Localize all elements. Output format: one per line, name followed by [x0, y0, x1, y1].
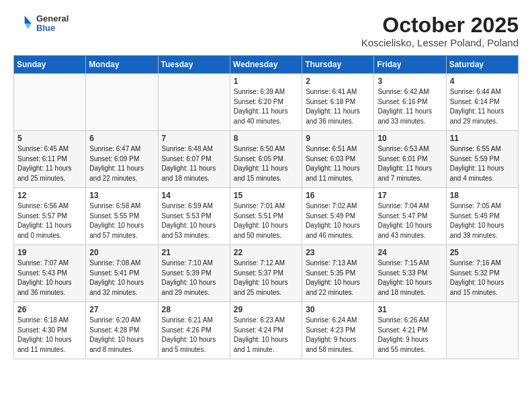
calendar-cell: 15Sunrise: 7:01 AM Sunset: 5:51 PM Dayli… [230, 188, 302, 245]
day-number: 3 [378, 77, 442, 86]
calendar-cell: 23Sunrise: 7:13 AM Sunset: 5:35 PM Dayli… [302, 245, 374, 302]
day-number: 25 [450, 248, 515, 257]
day-number: 24 [378, 248, 442, 257]
day-info: Sunrise: 7:01 AM Sunset: 5:51 PM Dayligh… [234, 201, 298, 240]
day-number: 2 [306, 77, 370, 86]
day-info: Sunrise: 6:18 AM Sunset: 4:30 PM Dayligh… [17, 316, 82, 355]
weekday-header-monday: Monday [86, 56, 158, 74]
day-info: Sunrise: 6:51 AM Sunset: 6:03 PM Dayligh… [306, 144, 370, 183]
day-number: 18 [450, 191, 515, 200]
day-number: 22 [234, 248, 298, 257]
title-block: October 2025 Koscielisko, Lesser Poland,… [361, 13, 519, 48]
day-info: Sunrise: 6:20 AM Sunset: 4:28 PM Dayligh… [89, 316, 154, 355]
day-number: 4 [450, 77, 515, 86]
calendar-cell: 9Sunrise: 6:51 AM Sunset: 6:03 PM Daylig… [302, 131, 374, 188]
day-info: Sunrise: 7:05 AM Sunset: 5:45 PM Dayligh… [450, 201, 515, 240]
day-info: Sunrise: 7:07 AM Sunset: 5:43 PM Dayligh… [17, 259, 82, 298]
weekday-header-wednesday: Wednesday [230, 56, 302, 74]
day-info: Sunrise: 7:08 AM Sunset: 5:41 PM Dayligh… [89, 259, 154, 298]
page-header: General Blue October 2025 Koscielisko, L… [13, 13, 519, 48]
calendar-cell: 30Sunrise: 6:24 AM Sunset: 4:23 PM Dayli… [302, 302, 374, 359]
calendar-cell: 31Sunrise: 6:26 AM Sunset: 4:21 PM Dayli… [374, 302, 446, 359]
calendar-cell: 27Sunrise: 6:20 AM Sunset: 4:28 PM Dayli… [86, 302, 158, 359]
calendar-cell: 29Sunrise: 6:23 AM Sunset: 4:24 PM Dayli… [230, 302, 302, 359]
logo-general-text: General [36, 14, 69, 24]
calendar-cell [446, 302, 518, 359]
day-info: Sunrise: 6:47 AM Sunset: 6:09 PM Dayligh… [89, 144, 154, 183]
calendar-cell: 11Sunrise: 6:55 AM Sunset: 5:59 PM Dayli… [446, 131, 518, 188]
calendar-cell [14, 74, 86, 131]
day-info: Sunrise: 6:41 AM Sunset: 6:18 PM Dayligh… [306, 87, 370, 126]
week-row-4: 19Sunrise: 7:07 AM Sunset: 5:43 PM Dayli… [14, 245, 519, 302]
calendar-cell: 7Sunrise: 6:48 AM Sunset: 6:07 PM Daylig… [158, 131, 230, 188]
day-info: Sunrise: 7:02 AM Sunset: 5:49 PM Dayligh… [306, 201, 370, 240]
calendar-cell: 1Sunrise: 6:39 AM Sunset: 6:20 PM Daylig… [230, 74, 302, 131]
weekday-header-row: SundayMondayTuesdayWednesdayThursdayFrid… [14, 56, 519, 74]
location-title: Koscielisko, Lesser Poland, Poland [361, 37, 519, 48]
calendar-cell: 24Sunrise: 7:15 AM Sunset: 5:33 PM Dayli… [374, 245, 446, 302]
day-number: 10 [378, 134, 442, 143]
day-number: 29 [234, 305, 298, 314]
day-number: 11 [450, 134, 515, 143]
calendar-cell [158, 74, 230, 131]
day-info: Sunrise: 6:48 AM Sunset: 6:07 PM Dayligh… [162, 144, 226, 183]
day-info: Sunrise: 6:55 AM Sunset: 5:59 PM Dayligh… [450, 144, 515, 183]
calendar-cell: 13Sunrise: 6:58 AM Sunset: 5:55 PM Dayli… [86, 188, 158, 245]
day-info: Sunrise: 7:15 AM Sunset: 5:33 PM Dayligh… [378, 259, 442, 298]
day-info: Sunrise: 6:26 AM Sunset: 4:21 PM Dayligh… [378, 316, 442, 355]
month-title: October 2025 [361, 13, 519, 37]
day-info: Sunrise: 6:39 AM Sunset: 6:20 PM Dayligh… [234, 87, 298, 126]
day-info: Sunrise: 7:12 AM Sunset: 5:37 PM Dayligh… [234, 259, 298, 298]
calendar-cell: 14Sunrise: 6:59 AM Sunset: 5:53 PM Dayli… [158, 188, 230, 245]
day-info: Sunrise: 7:13 AM Sunset: 5:35 PM Dayligh… [306, 259, 370, 298]
day-info: Sunrise: 6:42 AM Sunset: 6:16 PM Dayligh… [378, 87, 442, 126]
day-info: Sunrise: 7:10 AM Sunset: 5:39 PM Dayligh… [162, 259, 226, 298]
day-number: 30 [306, 305, 370, 314]
day-info: Sunrise: 6:44 AM Sunset: 6:14 PM Dayligh… [450, 87, 515, 126]
weekday-header-saturday: Saturday [446, 56, 518, 74]
day-number: 8 [234, 134, 298, 143]
day-number: 16 [306, 191, 370, 200]
day-number: 27 [89, 305, 154, 314]
day-number: 21 [162, 248, 226, 257]
day-number: 12 [17, 191, 82, 200]
weekday-header-tuesday: Tuesday [158, 56, 230, 74]
day-info: Sunrise: 6:53 AM Sunset: 6:01 PM Dayligh… [378, 144, 442, 183]
calendar-cell: 8Sunrise: 6:50 AM Sunset: 6:05 PM Daylig… [230, 131, 302, 188]
calendar-cell: 16Sunrise: 7:02 AM Sunset: 5:49 PM Dayli… [302, 188, 374, 245]
day-number: 28 [162, 305, 226, 314]
day-info: Sunrise: 6:59 AM Sunset: 5:53 PM Dayligh… [162, 201, 226, 240]
logo-icon [13, 13, 34, 34]
day-info: Sunrise: 7:04 AM Sunset: 5:47 PM Dayligh… [378, 201, 442, 240]
calendar-cell: 10Sunrise: 6:53 AM Sunset: 6:01 PM Dayli… [374, 131, 446, 188]
day-number: 1 [234, 77, 298, 86]
weekday-header-friday: Friday [374, 56, 446, 74]
weekday-header-sunday: Sunday [14, 56, 86, 74]
calendar-cell: 19Sunrise: 7:07 AM Sunset: 5:43 PM Dayli… [14, 245, 86, 302]
calendar-cell: 25Sunrise: 7:16 AM Sunset: 5:32 PM Dayli… [446, 245, 518, 302]
day-number: 13 [89, 191, 154, 200]
svg-marker-1 [25, 24, 32, 29]
calendar-table: SundayMondayTuesdayWednesdayThursdayFrid… [13, 55, 519, 359]
calendar-cell: 18Sunrise: 7:05 AM Sunset: 5:45 PM Dayli… [446, 188, 518, 245]
week-row-2: 5Sunrise: 6:45 AM Sunset: 6:11 PM Daylig… [14, 131, 519, 188]
day-info: Sunrise: 6:56 AM Sunset: 5:57 PM Dayligh… [17, 201, 82, 240]
calendar-cell: 2Sunrise: 6:41 AM Sunset: 6:18 PM Daylig… [302, 74, 374, 131]
day-number: 23 [306, 248, 370, 257]
calendar-cell: 4Sunrise: 6:44 AM Sunset: 6:14 PM Daylig… [446, 74, 518, 131]
day-info: Sunrise: 7:16 AM Sunset: 5:32 PM Dayligh… [450, 259, 515, 298]
week-row-5: 26Sunrise: 6:18 AM Sunset: 4:30 PM Dayli… [14, 302, 519, 359]
day-number: 26 [17, 305, 82, 314]
logo-blue-text: Blue [36, 24, 69, 33]
weekday-header-thursday: Thursday [302, 56, 374, 74]
day-number: 20 [89, 248, 154, 257]
day-number: 31 [378, 305, 442, 314]
calendar-cell: 22Sunrise: 7:12 AM Sunset: 5:37 PM Dayli… [230, 245, 302, 302]
calendar-cell: 3Sunrise: 6:42 AM Sunset: 6:16 PM Daylig… [374, 74, 446, 131]
day-number: 14 [162, 191, 226, 200]
day-number: 19 [17, 248, 82, 257]
day-info: Sunrise: 6:23 AM Sunset: 4:24 PM Dayligh… [234, 316, 298, 355]
svg-marker-0 [25, 15, 32, 24]
day-info: Sunrise: 6:24 AM Sunset: 4:23 PM Dayligh… [306, 316, 370, 355]
week-row-1: 1Sunrise: 6:39 AM Sunset: 6:20 PM Daylig… [14, 74, 519, 131]
